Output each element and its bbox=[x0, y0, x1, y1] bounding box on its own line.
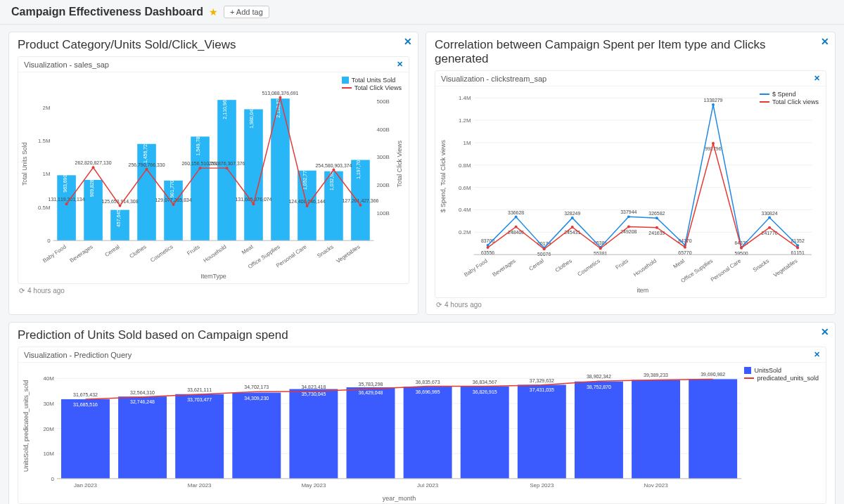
svg-text:37,431,035: 37,431,035 bbox=[530, 387, 554, 392]
svg-text:0: 0 bbox=[47, 238, 51, 244]
svg-text:38,902,342: 38,902,342 bbox=[587, 374, 611, 379]
svg-text:34,309,230: 34,309,230 bbox=[244, 396, 269, 401]
svg-text:$ Spend, Total Click views: $ Spend, Total Click views bbox=[440, 140, 447, 213]
svg-text:Clothes: Clothes bbox=[554, 257, 573, 273]
viz-name: Visualization - sales_sap bbox=[24, 60, 109, 69]
svg-text:963,690: 963,690 bbox=[63, 175, 68, 193]
svg-text:909,828: 909,828 bbox=[89, 179, 94, 197]
svg-text:262,820,827,130: 262,820,827,130 bbox=[75, 160, 112, 165]
svg-text:1.2M: 1.2M bbox=[459, 117, 471, 124]
svg-text:131,119,301,134: 131,119,301,134 bbox=[49, 197, 85, 202]
panel-product-category: ✕ Product Category/Units Sold/Click_View… bbox=[8, 32, 418, 315]
svg-text:Cereal: Cereal bbox=[103, 243, 120, 258]
svg-text:36,834,567: 36,834,567 bbox=[473, 380, 497, 385]
svg-text:127,261,427,366: 127,261,427,366 bbox=[342, 198, 378, 203]
svg-text:Vegetables: Vegetables bbox=[335, 243, 361, 264]
svg-text:36,835,673: 36,835,673 bbox=[416, 380, 440, 385]
svg-text:Snacks: Snacks bbox=[316, 243, 334, 259]
svg-text:Clothes: Clothes bbox=[129, 243, 148, 259]
svg-text:Sep 2023: Sep 2023 bbox=[530, 482, 554, 489]
svg-text:336628: 336628 bbox=[508, 210, 524, 215]
chart-sales-sap[interactable]: 00.5M1M1.5M2M100B200B300B400B500B963,690… bbox=[18, 72, 409, 283]
svg-text:328249: 328249 bbox=[564, 211, 580, 216]
svg-text:Fruits: Fruits bbox=[186, 243, 200, 257]
favorite-star-icon[interactable]: ★ bbox=[209, 6, 218, 18]
close-icon[interactable]: ✕ bbox=[404, 37, 412, 46]
svg-rect-182 bbox=[689, 379, 737, 479]
svg-text:Total Units Sold: Total Units Sold bbox=[21, 142, 28, 186]
svg-text:36,696,995: 36,696,995 bbox=[416, 389, 440, 394]
visualization-card: Visualization - clickstream_sap ✕ $ Spen… bbox=[435, 70, 826, 298]
svg-text:May 2023: May 2023 bbox=[301, 482, 326, 489]
svg-text:33,621,111: 33,621,111 bbox=[187, 387, 212, 392]
close-icon[interactable]: ✕ bbox=[397, 60, 403, 69]
svg-text:36,826,915: 36,826,915 bbox=[473, 389, 497, 394]
svg-text:Vegetables: Vegetables bbox=[772, 257, 798, 278]
svg-text:300B: 300B bbox=[376, 154, 389, 160]
svg-text:37,329,632: 37,329,632 bbox=[530, 378, 554, 383]
svg-rect-169 bbox=[289, 389, 338, 479]
svg-text:1,197,704: 1,197,704 bbox=[356, 157, 361, 179]
visualization-card: Visualization - sales_sap ✕ Total Units … bbox=[18, 56, 409, 284]
add-tag-button[interactable]: + Add tag bbox=[224, 6, 269, 18]
svg-text:Beverages: Beverages bbox=[69, 243, 94, 264]
dashboard-title: Campaign Effectiveness Dashboard bbox=[11, 6, 203, 18]
chart-prediction-query[interactable]: 010M20M30M40M31,685,51632,746,24833,703,… bbox=[18, 363, 826, 503]
svg-text:200B: 200B bbox=[376, 182, 389, 188]
svg-text:year_month: year_month bbox=[383, 495, 416, 502]
svg-text:1M: 1M bbox=[43, 171, 51, 177]
svg-text:33,703,477: 33,703,477 bbox=[187, 397, 212, 402]
panel-timestamp: ⟳ 4 hours ago bbox=[18, 284, 409, 297]
svg-text:Meat: Meat bbox=[241, 243, 255, 256]
svg-text:UnitsSold, predicated_units_so: UnitsSold, predicated_units_sold bbox=[23, 380, 30, 472]
close-icon[interactable]: ✕ bbox=[821, 327, 829, 337]
svg-rect-173 bbox=[404, 387, 452, 479]
panel-timestamp: ⟳ 4 hours ago bbox=[435, 298, 826, 311]
svg-text:1.5M: 1.5M bbox=[38, 138, 51, 144]
svg-text:Total Click Views: Total Click Views bbox=[396, 140, 403, 187]
svg-text:129,077,285,834: 129,077,285,834 bbox=[155, 198, 192, 202]
svg-text:337944: 337944 bbox=[620, 209, 637, 214]
svg-rect-22 bbox=[217, 100, 236, 240]
svg-text:1,549,789: 1,549,789 bbox=[196, 134, 201, 156]
dashboard-header: Campaign Effectiveness Dashboard ★ + Add… bbox=[0, 0, 844, 25]
svg-text:Cosmetics: Cosmetics bbox=[577, 257, 601, 278]
svg-text:35,783,298: 35,783,298 bbox=[359, 382, 383, 387]
svg-text:30M: 30M bbox=[43, 401, 54, 407]
svg-rect-179 bbox=[575, 382, 623, 479]
chart-legend: UnitsSold predicated_units_sold bbox=[743, 366, 820, 384]
svg-text:326582: 326582 bbox=[648, 211, 665, 216]
panel-prediction: ✕ Prediction of Units Sold based on Camp… bbox=[8, 322, 836, 504]
svg-rect-181 bbox=[632, 380, 680, 478]
svg-text:32,564,310: 32,564,310 bbox=[130, 390, 155, 395]
svg-rect-177 bbox=[518, 385, 566, 478]
svg-text:31,685,516: 31,685,516 bbox=[73, 402, 98, 407]
svg-text:40M: 40M bbox=[43, 375, 54, 382]
visualization-card: Visualization - Prediction Query ✕ Units… bbox=[18, 347, 826, 504]
svg-text:39,389,233: 39,389,233 bbox=[644, 373, 668, 377]
svg-text:100B: 100B bbox=[376, 210, 389, 217]
panel-title: Prediction of Units Sold based on Campai… bbox=[18, 328, 826, 342]
svg-text:1338279: 1338279 bbox=[704, 98, 723, 103]
svg-text:20M: 20M bbox=[43, 426, 54, 432]
svg-text:1,052,773: 1,052,773 bbox=[302, 168, 307, 190]
svg-text:125,658,914,308: 125,658,914,308 bbox=[102, 199, 139, 204]
svg-text:65770: 65770 bbox=[678, 250, 691, 255]
close-icon[interactable]: ✕ bbox=[814, 350, 820, 359]
svg-text:39,690,982: 39,690,982 bbox=[701, 372, 725, 377]
svg-text:Mar 2023: Mar 2023 bbox=[188, 482, 212, 489]
svg-rect-163 bbox=[118, 396, 167, 479]
close-icon[interactable]: ✕ bbox=[821, 37, 829, 46]
chart-clickstream-sap[interactable]: 0.2M0.4M0.6M0.8M1M1.2M1.4M83700336628601… bbox=[435, 86, 826, 297]
svg-text:0.5M: 0.5M bbox=[38, 205, 51, 211]
svg-rect-26 bbox=[271, 98, 290, 240]
panel-title: Correlation between Campaign Spent per I… bbox=[435, 38, 826, 66]
svg-text:513,088,376,691: 513,088,376,691 bbox=[262, 91, 298, 96]
svg-rect-161 bbox=[61, 399, 110, 479]
svg-text:Personal Care: Personal Care bbox=[275, 243, 308, 269]
svg-text:330824: 330824 bbox=[762, 211, 778, 216]
close-icon[interactable]: ✕ bbox=[814, 74, 820, 83]
svg-text:10M: 10M bbox=[43, 451, 54, 457]
svg-text:992796: 992796 bbox=[705, 146, 721, 151]
svg-text:Cosmetics: Cosmetics bbox=[149, 243, 174, 264]
